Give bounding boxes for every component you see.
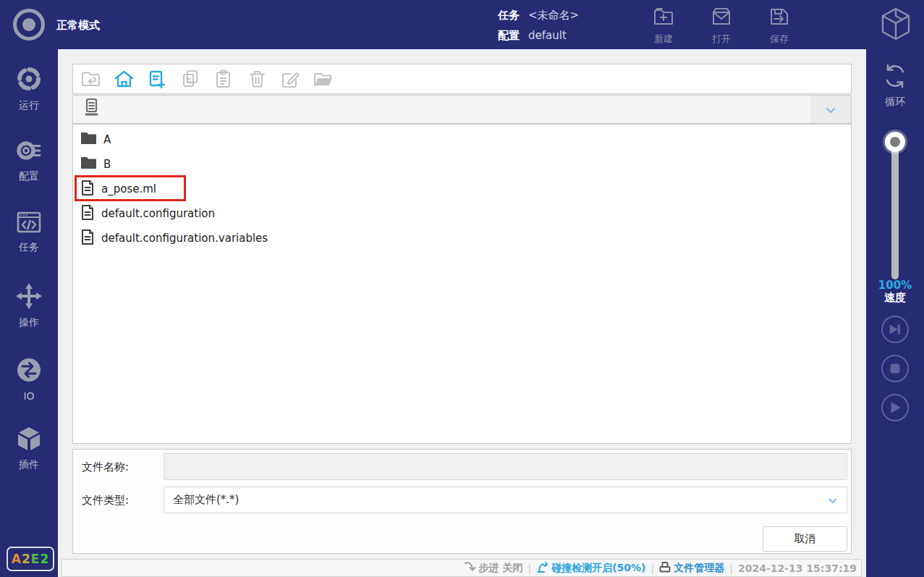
file-name-label: 文件名称:: [82, 460, 129, 474]
chevron-down-icon: [828, 494, 838, 507]
sidebar-item-config[interactable]: 配置: [0, 138, 58, 183]
task-config-info: 任务 <未命名> 配置 default: [498, 5, 579, 46]
sidebar-item-plugin[interactable]: 插件: [0, 426, 58, 471]
folder-icon: [80, 131, 97, 148]
file-manager-toolbar: [72, 64, 852, 94]
mode-label: 正常模式: [56, 19, 100, 33]
new-file-icon[interactable]: [147, 69, 167, 89]
copy-icon[interactable]: [180, 69, 200, 89]
device-badge: A2E2: [7, 547, 54, 571]
computer-icon: [82, 98, 101, 121]
back-folder-icon[interactable]: [80, 69, 101, 89]
open-file-icon: [710, 6, 733, 30]
speed-slider-track[interactable]: [891, 142, 899, 279]
right-control-panel: 循环 100% 速度: [866, 49, 924, 577]
new-task-button[interactable]: 新建: [647, 6, 680, 46]
loop-cycle-icon: [881, 62, 910, 93]
delete-trash-icon[interactable]: [247, 69, 267, 89]
speed-label: 速度: [866, 291, 924, 305]
file-manager-drive-icon: [659, 561, 671, 575]
speed-slider-thumb[interactable]: [885, 132, 905, 152]
step-forward-button[interactable]: [881, 316, 909, 343]
code-window-icon: [15, 210, 43, 237]
step-mode-status[interactable]: 步进 关闭: [464, 561, 523, 575]
status-separator: |: [650, 563, 654, 574]
location-dropdown[interactable]: [72, 95, 852, 124]
file-type-value: 全部文件(*.*): [173, 493, 239, 507]
mode-status-icon: [13, 9, 45, 41]
file-name-input[interactable]: [164, 453, 847, 480]
status-separator: |: [527, 563, 531, 574]
status-separator: |: [729, 563, 733, 574]
play-button[interactable]: [881, 394, 909, 421]
save-task-button[interactable]: 保存: [763, 6, 796, 46]
loop-button[interactable]: 循环: [866, 62, 924, 109]
file-name: default.configuration: [101, 207, 215, 220]
speed-percentage: 100%: [866, 279, 924, 292]
file-name: B: [103, 158, 111, 171]
status-bar: 步进 关闭 | 碰撞检测开启(50%) | 文件管理器 | 2024-12-13…: [62, 559, 862, 577]
task-value: <未命名>: [528, 9, 579, 22]
sidebar-item-run[interactable]: 运行: [0, 65, 58, 112]
file-name: a_pose.ml: [101, 182, 156, 195]
chevron-down-icon: [826, 103, 836, 117]
location-dropdown-arrow[interactable]: [810, 96, 851, 123]
open-task-label: 打开: [712, 33, 731, 46]
config-label: 配置: [498, 29, 520, 43]
list-item-default-configuration[interactable]: default.configuration: [73, 201, 851, 226]
current-view-status: 文件管理器: [659, 561, 724, 575]
collision-robot-icon: [536, 561, 548, 576]
file-name: A: [103, 133, 111, 146]
save-task-label: 保存: [770, 33, 789, 46]
sidebar-item-task[interactable]: 任务: [0, 210, 58, 254]
file-type-label: 文件类型:: [82, 494, 129, 507]
open-folder-icon[interactable]: [313, 69, 334, 89]
sidebar-label-run: 运行: [19, 99, 39, 112]
top-bar: 正常模式 任务 <未命名> 配置 default 新建 打开: [0, 0, 924, 49]
app-window: 正常模式 任务 <未命名> 配置 default 新建 打开: [0, 0, 924, 577]
brand-cube-logo: [878, 6, 913, 45]
rename-edit-icon[interactable]: [280, 69, 300, 89]
list-item-a-pose[interactable]: a_pose.ml: [73, 177, 851, 201]
sidebar-label-plugin: 插件: [19, 458, 39, 471]
file-type-select[interactable]: 全部文件(*.*): [164, 487, 847, 513]
config-value: default: [528, 29, 567, 42]
plugin-cube-icon: [15, 426, 43, 455]
task-label: 任务: [498, 9, 520, 22]
sidebar-item-io[interactable]: IO: [0, 356, 58, 402]
move-arrows-icon: [15, 282, 43, 313]
collision-detection-status[interactable]: 碰撞检测开启(50%): [536, 561, 645, 576]
stop-button[interactable]: [881, 355, 909, 382]
paste-icon[interactable]: [213, 69, 234, 89]
sidebar-label-io: IO: [23, 390, 34, 402]
new-task-label: 新建: [654, 33, 673, 46]
open-task-button[interactable]: 打开: [705, 6, 738, 46]
list-item-default-configuration-variables[interactable]: default.configuration.variables: [73, 226, 851, 250]
list-item-folder-a[interactable]: A: [73, 127, 851, 152]
file-icon: [80, 204, 95, 224]
run-target-icon: [15, 65, 43, 96]
file-list: A B a_pose.ml default.configuration defa…: [72, 124, 852, 444]
loop-label: 循环: [885, 96, 905, 109]
sidebar-label-operate: 操作: [19, 316, 39, 329]
file-dialog-form: 文件名称: 文件类型: 全部文件(*.*) 取消: [72, 449, 852, 554]
status-timestamp: 2024-12-13 15:37:19: [738, 563, 857, 574]
step-arrow-icon: [464, 561, 476, 575]
left-sidebar: 运行 配置 任务 操作 IO: [0, 49, 58, 577]
list-item-folder-b[interactable]: B: [73, 152, 851, 177]
sidebar-item-operate[interactable]: 操作: [0, 282, 58, 329]
home-icon[interactable]: [114, 69, 134, 89]
folder-icon: [80, 156, 97, 173]
cancel-button[interactable]: 取消: [763, 526, 847, 552]
sidebar-label-config: 配置: [19, 170, 39, 183]
sidebar-label-task: 任务: [19, 241, 39, 254]
gear-icon: [15, 138, 43, 167]
file-icon: [80, 180, 95, 199]
io-exchange-icon: [15, 356, 43, 387]
file-icon: [80, 229, 95, 248]
save-file-icon: [768, 6, 791, 30]
file-name: default.configuration.variables: [101, 232, 268, 245]
new-folder-icon: [652, 6, 675, 30]
